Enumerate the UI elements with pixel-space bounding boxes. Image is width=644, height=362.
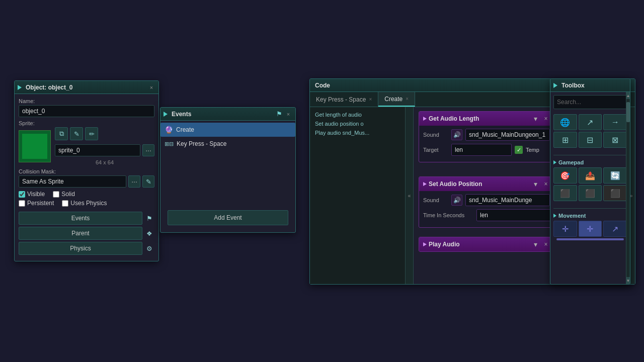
movement-section-label: Movement: [558, 213, 586, 219]
collision-label: Collision Mask:: [19, 168, 154, 174]
sidebar-line-3: Play audio snd_Mus...: [310, 128, 405, 137]
toolbox-icon-grid4[interactable]: ⊞: [553, 132, 577, 148]
events-list-area: 🔮 Create ⊞⊟ Key Press - Space: [160, 121, 295, 203]
toolbox-gamepad-btn-1[interactable]: 🎯: [553, 167, 577, 184]
set-audio-close[interactable]: ×: [542, 180, 550, 188]
toolbox-icon-arrow-right[interactable]: →: [603, 114, 627, 130]
play-audio-close[interactable]: ×: [542, 241, 550, 248]
play-audio-block: Play Audio ▾ ×: [419, 237, 554, 252]
toolbox-gamepad-btn-3[interactable]: 🔄: [603, 167, 627, 184]
get-audio-menu[interactable]: ▾: [531, 115, 540, 123]
tab-create-close[interactable]: ×: [406, 96, 409, 102]
toolbox-panel: Toolbox 🔍 🌐 ↗ → ⊞ ⊟ ⊠ Gamepad 🎯 📤 🔄 ⬛ ⬛ …: [550, 78, 630, 285]
toolbox-icon-globe[interactable]: 🌐: [553, 114, 577, 130]
set-audio-menu[interactable]: ▾: [531, 180, 540, 188]
sprite-name-row: ···: [55, 144, 154, 156]
toolbox-icon-grid-split[interactable]: ⊟: [579, 132, 602, 148]
solid-checkbox[interactable]: [53, 191, 59, 198]
set-audio-header: Set Audio Position ▾ ×: [419, 177, 554, 191]
toolbox-mv-btn-1[interactable]: ✛: [553, 221, 577, 237]
sprite-edit-icon[interactable]: ✎: [70, 127, 83, 140]
set-sound-icon-btn[interactable]: 🔊: [451, 195, 462, 206]
play-audio-triangle: [423, 242, 427, 246]
solid-checkbox-item: Solid: [53, 191, 75, 198]
get-audio-close[interactable]: ×: [542, 115, 550, 122]
temp-checkbox[interactable]: [515, 146, 523, 154]
sprite-copy-icon[interactable]: ⧉: [55, 127, 68, 140]
event-item-keypress[interactable]: ⊞⊟ Key Press - Space: [160, 137, 295, 151]
tab-keypress-close[interactable]: ×: [369, 97, 372, 102]
sprite-name-input[interactable]: [55, 144, 140, 156]
uses-physics-checkbox[interactable]: [62, 200, 68, 207]
toolbox-gamepad-header[interactable]: Gamepad: [553, 159, 627, 165]
persistent-checkbox-item: Persistent: [19, 200, 54, 207]
toolbox-gamepad-section: Gamepad 🎯 📤 🔄 ⬛ ⬛ ⬛: [550, 157, 630, 206]
toolbox-icon-arrow-up-right[interactable]: ↗: [579, 114, 602, 130]
toolbox-gamepad-btn-2[interactable]: 📤: [579, 167, 602, 184]
add-event-button[interactable]: Add Event: [168, 210, 288, 225]
name-input[interactable]: [19, 105, 154, 117]
target-input[interactable]: [451, 144, 512, 156]
collision-dots-btn[interactable]: ···: [128, 175, 140, 188]
object-panel-header: Object: object_0 ×: [15, 81, 158, 94]
events-flag-icon: ⚑: [144, 213, 154, 223]
toolbox-movement-header[interactable]: Movement: [553, 213, 627, 219]
sidebar-line-1: Get length of audio: [310, 110, 405, 119]
events-flag-icon[interactable]: ⚑: [276, 110, 282, 118]
tab-keypress[interactable]: Key Press - Space ×: [310, 92, 378, 107]
toolbox-gamepad-btn-4[interactable]: ⬛: [553, 185, 577, 201]
parent-icon: ❖: [144, 228, 154, 238]
object-panel-triangle: [18, 85, 22, 90]
toolbox-scrollbar[interactable]: ▲ ▼: [626, 92, 630, 284]
tab-create[interactable]: Create ×: [378, 92, 415, 107]
parent-button[interactable]: Parent: [19, 227, 142, 240]
scrollbar-down-arrow[interactable]: ▼: [626, 277, 630, 284]
toolbox-search-input[interactable]: [557, 99, 630, 106]
toolbox-gamepad-btn-6[interactable]: ⬛: [603, 185, 627, 201]
toolbox-common-section: 🌐 ↗ → ⊞ ⊟ ⊠: [550, 112, 630, 153]
collapse-left-btn[interactable]: «: [406, 107, 414, 284]
toolbox-icon-grid3[interactable]: ⊠: [603, 132, 627, 148]
target-label: Target: [423, 147, 448, 153]
toolbox-gamepad-grid: 🎯 📤 🔄 ⬛ ⬛ ⬛: [553, 167, 627, 201]
movement-section-triangle: [553, 214, 556, 218]
toolbox-movement-grid: ✛ ✛ ↗: [553, 221, 627, 237]
time-field-row: Time In Seconds: [423, 209, 550, 221]
toolbox-mv-btn-3[interactable]: ↗: [603, 221, 627, 237]
play-audio-title: Play Audio: [429, 241, 529, 248]
physics-button[interactable]: Physics: [19, 242, 142, 255]
sprite-pencil-icon[interactable]: ✏: [85, 127, 98, 140]
toolbox-mv-btn-2[interactable]: ✛: [579, 221, 602, 237]
collision-edit-btn[interactable]: ✎: [142, 175, 154, 188]
sprite-preview: ⧉ ✎ ✏ ··· 64 x 64: [19, 127, 154, 165]
create-event-label: Create: [176, 126, 194, 133]
visible-checkbox[interactable]: [19, 191, 25, 198]
events-panel: Events ⚑ × 🔮 Create ⊞⊟ Key Press - Space…: [160, 107, 296, 233]
collision-row: ··· ✎: [19, 175, 154, 188]
physics-gear-icon: ⚙: [144, 243, 154, 253]
play-audio-menu[interactable]: ▾: [531, 240, 540, 248]
toolbox-separator-1: [553, 155, 627, 155]
time-input[interactable]: [476, 209, 559, 221]
collision-input[interactable]: [19, 175, 126, 188]
sprite-box: [19, 130, 51, 162]
scrollbar-up-arrow[interactable]: ▲: [626, 92, 630, 99]
set-sound-input[interactable]: [465, 194, 550, 206]
get-audio-title: Get Audio Length: [429, 115, 529, 122]
sound-input[interactable]: [465, 129, 550, 141]
persistent-checkbox[interactable]: [19, 200, 25, 207]
object-panel-close[interactable]: ×: [147, 83, 155, 92]
sprite-dots-btn[interactable]: ···: [142, 144, 154, 156]
visible-label: Visible: [27, 191, 45, 198]
events-panel-close[interactable]: ×: [284, 110, 292, 118]
sprite-label: Sprite:: [19, 120, 154, 126]
events-btn-row: Events ⚑: [19, 212, 154, 225]
object-panel: Object: object_0 × Name: Sprite: ⧉ ✎ ✏ ·…: [14, 80, 159, 261]
toolbox-gamepad-btn-5[interactable]: ⬛: [579, 185, 602, 201]
toolbox-icons-grid: 🌐 ↗ → ⊞ ⊟ ⊠: [553, 114, 627, 148]
events-button[interactable]: Events: [19, 212, 142, 225]
scrollbar-thumb[interactable]: [626, 102, 630, 122]
sound-icon-btn[interactable]: 🔊: [451, 129, 462, 140]
event-item-create[interactable]: 🔮 Create: [160, 123, 295, 137]
keypress-event-icon: ⊞⊟: [165, 141, 174, 147]
